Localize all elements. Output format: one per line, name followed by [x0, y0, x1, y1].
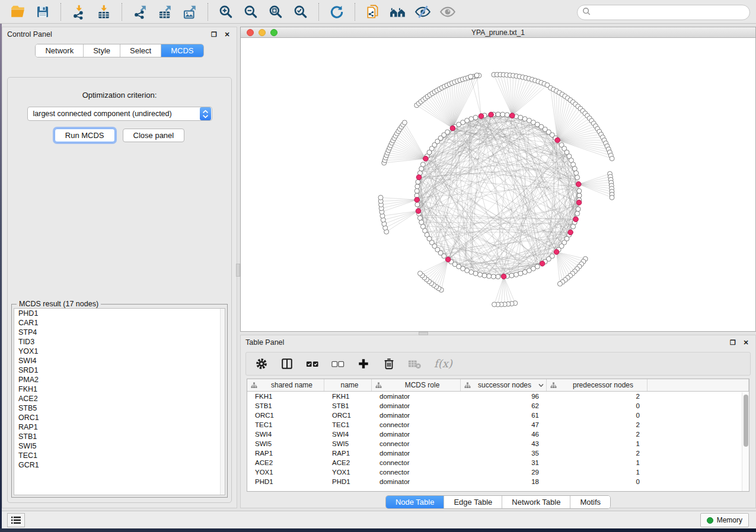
- graph-node[interactable]: [500, 112, 505, 117]
- search-input[interactable]: [591, 7, 749, 18]
- graph-node[interactable]: [473, 271, 478, 276]
- zoom-fit-icon[interactable]: [267, 4, 284, 20]
- mcds-hub-node[interactable]: [445, 257, 451, 262]
- refresh-icon[interactable]: [328, 4, 345, 20]
- table-row[interactable]: ACE2ACE2connector311: [247, 458, 749, 467]
- graph-node[interactable]: [496, 274, 500, 279]
- column-header-mcds-role[interactable]: MCDS role: [372, 379, 461, 391]
- mcds-result-list[interactable]: PHD1CAR1STP4TID3YOX1SWI4SRD1PMA2FKH1ACE2…: [14, 308, 225, 495]
- zoom-selected-icon[interactable]: [292, 4, 309, 20]
- list-item[interactable]: ORC1: [14, 413, 225, 422]
- list-item[interactable]: PHD1: [14, 309, 225, 318]
- zoom-out-icon[interactable]: [243, 4, 259, 20]
- cell-name[interactable]: PHD1: [324, 478, 372, 485]
- graph-node[interactable]: [514, 273, 519, 277]
- cell-mcds-role[interactable]: dominator: [372, 431, 461, 438]
- tab-node-table[interactable]: Node Table: [386, 496, 445, 508]
- list-item[interactable]: RAP1: [14, 422, 225, 432]
- cell-shared-name[interactable]: TEC1: [247, 421, 324, 428]
- column-header-predecessor-nodes[interactable]: predecessor nodes: [547, 379, 647, 391]
- cell-mcds-role[interactable]: connector: [372, 421, 461, 428]
- add-icon[interactable]: [356, 357, 371, 371]
- list-item[interactable]: STP4: [14, 328, 225, 337]
- table-row[interactable]: RAP1RAP1dominator352: [247, 448, 749, 458]
- task-history-button[interactable]: [7, 513, 25, 527]
- cell-predecessor-nodes[interactable]: 2: [547, 450, 647, 457]
- cell-name[interactable]: ACE2: [324, 459, 372, 466]
- gear-icon[interactable]: [254, 357, 269, 371]
- cell-name[interactable]: FKH1: [324, 393, 372, 400]
- network-titlebar[interactable]: YPA_prune.txt_1: [241, 27, 755, 38]
- close-panel-icon[interactable]: ✕: [741, 338, 751, 347]
- cell-successor-nodes[interactable]: 31: [461, 459, 547, 466]
- import-table-icon[interactable]: [95, 4, 112, 20]
- close-panel-icon[interactable]: ✕: [222, 30, 232, 39]
- deselect-all-icon[interactable]: [331, 357, 345, 371]
- graph-node[interactable]: [505, 113, 509, 117]
- zoom-in-icon[interactable]: [218, 4, 234, 20]
- column-header-shared-name[interactable]: shared name: [247, 379, 324, 391]
- graph-node[interactable]: [610, 195, 614, 200]
- cell-shared-name[interactable]: FKH1: [247, 393, 324, 400]
- cell-name[interactable]: YOX1: [324, 469, 372, 476]
- horizontal-splitter[interactable]: [419, 332, 428, 335]
- graph-node[interactable]: [491, 274, 496, 279]
- cell-predecessor-nodes[interactable]: 1: [547, 469, 647, 476]
- column-header-name[interactable]: name: [324, 379, 372, 391]
- cell-name[interactable]: TEC1: [324, 421, 372, 428]
- cell-successor-nodes[interactable]: 29: [461, 469, 547, 476]
- graph-node[interactable]: [482, 273, 487, 278]
- graph-node[interactable]: [468, 74, 473, 79]
- mcds-hub-node[interactable]: [510, 113, 515, 118]
- cell-name[interactable]: RAP1: [324, 450, 372, 457]
- cell-successor-nodes[interactable]: 18: [461, 478, 547, 485]
- save-session-icon[interactable]: [34, 4, 51, 20]
- graph-node[interactable]: [571, 224, 576, 229]
- graph-node[interactable]: [473, 115, 478, 120]
- graph-node[interactable]: [575, 211, 580, 216]
- cell-shared-name[interactable]: RAP1: [247, 450, 324, 457]
- graph-node[interactable]: [492, 302, 497, 307]
- first-neighbors-icon[interactable]: [390, 4, 406, 20]
- list-item[interactable]: SRD1: [14, 366, 225, 375]
- list-item[interactable]: ACE2: [14, 394, 225, 403]
- result-scrollbar[interactable]: [220, 309, 225, 495]
- mcds-hub-node[interactable]: [479, 114, 484, 119]
- cell-mcds-role[interactable]: dominator: [372, 393, 461, 400]
- scrollbar-thumb[interactable]: [744, 395, 748, 447]
- cell-predecessor-nodes[interactable]: 2: [547, 421, 647, 428]
- graph-node[interactable]: [378, 196, 383, 200]
- table-row[interactable]: SWI4SWI4dominator462: [247, 430, 749, 439]
- cell-name[interactable]: SWI5: [324, 440, 372, 447]
- mcds-hub-node[interactable]: [416, 209, 421, 214]
- list-item[interactable]: YOX1: [14, 347, 225, 356]
- tab-style[interactable]: Style: [84, 44, 120, 57]
- search-box[interactable]: [577, 5, 750, 20]
- graph-node[interactable]: [445, 130, 450, 134]
- mcds-hub-node[interactable]: [576, 182, 581, 187]
- cell-predecessor-nodes[interactable]: 1: [547, 459, 647, 466]
- import-network-icon[interactable]: [71, 4, 87, 20]
- graph-node[interactable]: [576, 207, 580, 211]
- cell-mcds-role[interactable]: dominator: [372, 478, 461, 485]
- share-network-file-icon[interactable]: [365, 4, 381, 20]
- cell-successor-nodes[interactable]: 43: [461, 440, 547, 447]
- float-panel-icon[interactable]: ❐: [728, 338, 738, 347]
- table-row[interactable]: STB1STB1dominator620: [247, 401, 749, 411]
- cell-successor-nodes[interactable]: 46: [461, 431, 547, 438]
- graph-node[interactable]: [610, 156, 614, 161]
- list-item[interactable]: STB1: [14, 432, 225, 441]
- graph-node[interactable]: [518, 271, 523, 276]
- graph-node[interactable]: [496, 112, 500, 117]
- graph-node[interactable]: [478, 273, 483, 277]
- cell-predecessor-nodes[interactable]: 0: [547, 412, 647, 419]
- graph-node[interactable]: [522, 270, 527, 274]
- tab-motifs[interactable]: Motifs: [570, 496, 610, 508]
- columns-icon[interactable]: [280, 357, 294, 371]
- hide-selected-icon[interactable]: [414, 4, 431, 20]
- tab-network[interactable]: Network: [36, 44, 84, 57]
- cell-predecessor-nodes[interactable]: 1: [547, 440, 647, 447]
- mcds-hub-node[interactable]: [576, 200, 582, 206]
- graph-node[interactable]: [469, 117, 474, 121]
- tab-edge-table[interactable]: Edge Table: [444, 496, 502, 508]
